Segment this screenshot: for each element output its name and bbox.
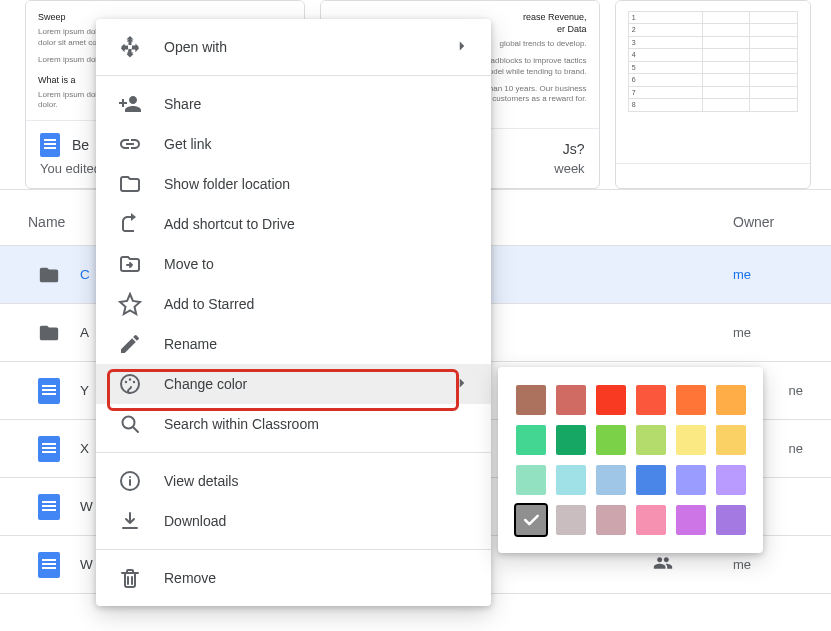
folder-icon	[38, 322, 60, 344]
menu-item-add-shortcut[interactable]: Add shortcut to Drive	[96, 204, 491, 244]
suggested-card[interactable]: 12345678	[615, 0, 811, 189]
menu-item-label: Download	[164, 513, 226, 529]
docs-icon	[38, 436, 60, 462]
color-swatch[interactable]	[556, 505, 586, 535]
open-with-icon	[118, 35, 142, 59]
download-icon	[118, 509, 142, 533]
menu-item-remove[interactable]: Remove	[96, 558, 491, 598]
menu-item-move-to[interactable]: Move to	[96, 244, 491, 284]
color-swatch[interactable]	[516, 465, 546, 495]
shortcut-icon	[118, 212, 142, 236]
svg-point-6	[129, 476, 131, 478]
color-swatch[interactable]	[636, 465, 666, 495]
svg-point-0	[121, 375, 139, 393]
card-title: Be	[72, 137, 89, 153]
folder-icon	[118, 172, 142, 196]
color-swatch[interactable]	[676, 505, 706, 535]
menu-item-show-folder[interactable]: Show folder location	[96, 164, 491, 204]
menu-item-label: Move to	[164, 256, 214, 272]
menu-item-label: Rename	[164, 336, 217, 352]
menu-item-label: Share	[164, 96, 201, 112]
color-swatch[interactable]	[716, 385, 746, 415]
docs-icon	[38, 552, 60, 578]
color-swatch[interactable]	[716, 505, 746, 535]
color-swatch[interactable]	[596, 385, 626, 415]
color-swatch[interactable]	[716, 425, 746, 455]
color-swatch[interactable]	[676, 465, 706, 495]
menu-item-download[interactable]: Download	[96, 501, 491, 541]
move-icon	[118, 252, 142, 276]
folder-icon	[38, 264, 60, 286]
sheet-preview: 12345678	[616, 1, 810, 163]
menu-item-get-link[interactable]: Get link	[96, 124, 491, 164]
docs-icon	[40, 133, 60, 157]
docs-icon	[38, 378, 60, 404]
info-icon	[118, 469, 142, 493]
menu-item-open-with[interactable]: Open with	[96, 27, 491, 67]
color-swatch[interactable]	[636, 505, 666, 535]
color-swatch[interactable]	[596, 465, 626, 495]
svg-point-2	[129, 378, 131, 380]
color-swatch[interactable]	[556, 425, 586, 455]
menu-item-label: Remove	[164, 570, 216, 586]
shared-icon	[653, 553, 673, 576]
color-swatch[interactable]	[676, 385, 706, 415]
menu-item-search-class[interactable]: Search within Classroom	[96, 404, 491, 444]
menu-item-label: Open with	[164, 39, 227, 55]
link-icon	[118, 132, 142, 156]
color-palette-popover	[498, 367, 763, 553]
menu-item-label: Search within Classroom	[164, 416, 319, 432]
file-owner: me	[733, 557, 803, 572]
menu-item-label: Get link	[164, 136, 211, 152]
person-add-icon	[118, 92, 142, 116]
menu-item-label: Add shortcut to Drive	[164, 216, 295, 232]
chevron-right-icon	[453, 37, 471, 58]
search-icon	[118, 412, 142, 436]
color-swatch[interactable]	[516, 425, 546, 455]
context-menu: Open withShareGet linkShow folder locati…	[96, 19, 491, 606]
star-icon	[118, 292, 142, 316]
column-header-owner[interactable]: Owner	[733, 214, 803, 230]
menu-item-view-details[interactable]: View details	[96, 461, 491, 501]
color-swatch[interactable]	[636, 385, 666, 415]
color-swatch[interactable]	[596, 505, 626, 535]
menu-item-label: Change color	[164, 376, 247, 392]
menu-item-label: Show folder location	[164, 176, 290, 192]
menu-item-change-color[interactable]: Change color	[96, 364, 491, 404]
menu-item-starred[interactable]: Add to Starred	[96, 284, 491, 324]
color-swatch[interactable]	[516, 385, 546, 415]
menu-item-share[interactable]: Share	[96, 84, 491, 124]
color-swatch[interactable]	[516, 505, 546, 535]
color-swatch[interactable]	[556, 465, 586, 495]
menu-item-label: View details	[164, 473, 238, 489]
color-swatch[interactable]	[716, 465, 746, 495]
color-swatch[interactable]	[636, 425, 666, 455]
menu-item-label: Add to Starred	[164, 296, 254, 312]
color-swatch[interactable]	[676, 425, 706, 455]
docs-icon	[38, 494, 60, 520]
chevron-right-icon	[453, 374, 471, 395]
card-title: Js?	[563, 141, 585, 157]
trash-icon	[118, 566, 142, 590]
color-swatch[interactable]	[596, 425, 626, 455]
svg-point-3	[133, 381, 135, 383]
svg-point-1	[125, 381, 127, 383]
palette-icon	[118, 372, 142, 396]
rename-icon	[118, 332, 142, 356]
file-owner: me	[733, 267, 803, 282]
file-owner: me	[733, 325, 803, 340]
color-swatch[interactable]	[556, 385, 586, 415]
menu-item-rename[interactable]: Rename	[96, 324, 491, 364]
